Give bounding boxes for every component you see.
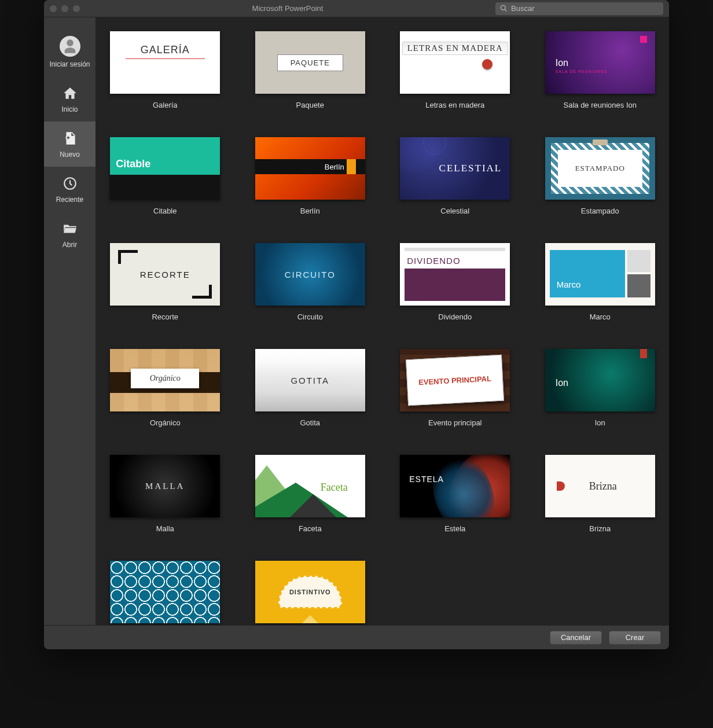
template-label: Ion xyxy=(595,418,605,427)
template-celestial[interactable]: CELESTIAL Celestial xyxy=(400,137,510,215)
template-thumbnail: Faceta xyxy=(255,455,365,517)
template-label: Citable xyxy=(153,207,177,215)
template-paquete[interactable]: PAQUETE Paquete xyxy=(255,31,365,109)
template-thumbnail: Ion xyxy=(545,349,655,411)
template-picker-window: Microsoft PowerPoint Iniciar sesión Inic… xyxy=(44,0,669,649)
close-window-icon[interactable] xyxy=(50,5,57,12)
sidebar: Iniciar sesión Inicio Nuevo Reciente xyxy=(44,17,96,625)
cancel-button[interactable]: Cancelar xyxy=(550,631,602,645)
template-thumbnail: EVENTO PRINCIPAL xyxy=(400,349,510,411)
template-gotita[interactable]: GOTITA Gotita xyxy=(255,349,365,427)
template-label: Sala de reuniones Ion xyxy=(564,101,637,109)
template-label: Estampado xyxy=(581,207,619,215)
template-berlin[interactable]: Berlín Berlín xyxy=(255,137,365,215)
template-thumbnail: PAQUETE xyxy=(255,31,365,94)
template-label: Gotita xyxy=(300,418,320,427)
template-label: Estela xyxy=(444,524,465,533)
template-thumbnail: RECORTE xyxy=(110,243,220,306)
template-label: Berlín xyxy=(300,207,320,215)
sidebar-item-new[interactable]: Nuevo xyxy=(44,122,95,167)
create-button[interactable]: Crear xyxy=(609,631,661,645)
template-thumbnail: CELESTIAL xyxy=(400,137,510,200)
template-distintivo[interactable]: DISTINTIVO xyxy=(255,561,365,625)
template-label: Letras en madera xyxy=(425,101,484,109)
template-grid-area[interactable]: GALERÍA Galería PAQUETE Paquete LETRAS E… xyxy=(96,17,669,625)
search-input[interactable] xyxy=(511,4,659,13)
home-icon xyxy=(61,84,79,102)
template-label: Recorte xyxy=(152,312,178,321)
template-marco[interactable]: Marco Marco xyxy=(545,243,655,321)
template-dividendo[interactable]: DIVIDENDO Dividendo xyxy=(400,243,510,321)
template-label: Dividendo xyxy=(438,312,472,321)
template-thumbnail: IonSALA DE REUNIONES xyxy=(545,31,655,94)
template-thumbnail: Berlín xyxy=(255,137,365,200)
template-thumbnail: Marco xyxy=(545,243,655,306)
template-ion-sala-reuniones[interactable]: IonSALA DE REUNIONES Sala de reuniones I… xyxy=(545,31,655,109)
template-estampado[interactable]: ESTAMPADO Estampado xyxy=(545,137,655,215)
footer-bar: Cancelar Crear xyxy=(44,625,669,649)
template-citable[interactable]: Citable Citable xyxy=(110,137,220,215)
template-malla[interactable]: MALLA Malla xyxy=(110,455,220,533)
sidebar-item-label: Inicio xyxy=(61,105,78,113)
template-label: Orgánico xyxy=(150,418,181,427)
template-label: Marco xyxy=(590,312,611,321)
window-controls xyxy=(50,5,80,12)
sidebar-item-open[interactable]: Abrir xyxy=(44,212,95,257)
template-ion[interactable]: Ion Ion xyxy=(545,349,655,427)
template-organico[interactable]: Orgánico Orgánico xyxy=(110,349,220,427)
sidebar-item-label: Nuevo xyxy=(60,150,80,159)
template-grid: GALERÍA Galería PAQUETE Paquete LETRAS E… xyxy=(104,31,661,625)
window-title: Microsoft PowerPoint xyxy=(80,4,495,13)
template-thumbnail xyxy=(110,561,220,623)
template-faceta[interactable]: Faceta Faceta xyxy=(255,455,365,533)
template-thumbnail: DIVIDENDO xyxy=(400,243,510,306)
template-letras-en-madera[interactable]: LETRAS EN MADERA Letras en madera xyxy=(400,31,510,109)
sidebar-item-label: Reciente xyxy=(56,196,83,204)
minimize-window-icon[interactable] xyxy=(61,5,68,12)
template-label: Malla xyxy=(156,524,174,533)
template-label: Paquete xyxy=(296,101,324,109)
new-file-icon xyxy=(61,130,79,147)
template-estela[interactable]: ESTELA Estela xyxy=(400,455,510,533)
template-thumbnail: DISTINTIVO xyxy=(255,561,365,623)
template-label: Faceta xyxy=(299,524,322,533)
folder-open-icon xyxy=(61,220,79,237)
template-pattern[interactable] xyxy=(110,561,220,625)
template-thumbnail: GALERÍA xyxy=(110,31,220,94)
template-thumbnail: Orgánico xyxy=(110,349,220,411)
template-label: Circuito xyxy=(297,312,323,321)
template-thumbnail: ESTAMPADO xyxy=(545,137,655,200)
template-label: Evento principal xyxy=(428,418,482,427)
template-brizna[interactable]: Brizna Brizna xyxy=(545,455,655,533)
template-thumbnail: LETRAS EN MADERA xyxy=(400,31,510,94)
sidebar-item-home[interactable]: Inicio xyxy=(44,76,95,122)
template-thumbnail: Brizna xyxy=(545,455,655,517)
template-thumbnail: ESTELA xyxy=(400,455,510,517)
template-label: Celestial xyxy=(440,207,469,215)
template-evento-principal[interactable]: EVENTO PRINCIPAL Evento principal xyxy=(400,349,510,427)
template-thumbnail: Citable xyxy=(110,137,220,200)
search-field[interactable] xyxy=(495,2,663,15)
template-label: Brizna xyxy=(589,524,611,533)
avatar-icon xyxy=(60,36,80,57)
sidebar-item-recent[interactable]: Reciente xyxy=(44,167,95,212)
signin-label: Iniciar sesión xyxy=(49,60,90,68)
template-thumbnail: CIRCUITO xyxy=(255,243,365,306)
template-recorte[interactable]: RECORTE Recorte xyxy=(110,243,220,321)
search-icon xyxy=(500,5,508,12)
template-thumbnail: MALLA xyxy=(110,455,220,517)
template-galeria[interactable]: GALERÍA Galería xyxy=(110,31,220,109)
clock-icon xyxy=(61,175,79,192)
titlebar: Microsoft PowerPoint xyxy=(44,0,669,17)
template-label: Galería xyxy=(153,101,178,109)
signin-button[interactable]: Iniciar sesión xyxy=(44,28,95,76)
template-thumbnail: GOTITA xyxy=(255,349,365,411)
zoom-window-icon[interactable] xyxy=(73,5,80,12)
sidebar-item-label: Abrir xyxy=(63,241,77,249)
template-circuito[interactable]: CIRCUITO Circuito xyxy=(255,243,365,321)
